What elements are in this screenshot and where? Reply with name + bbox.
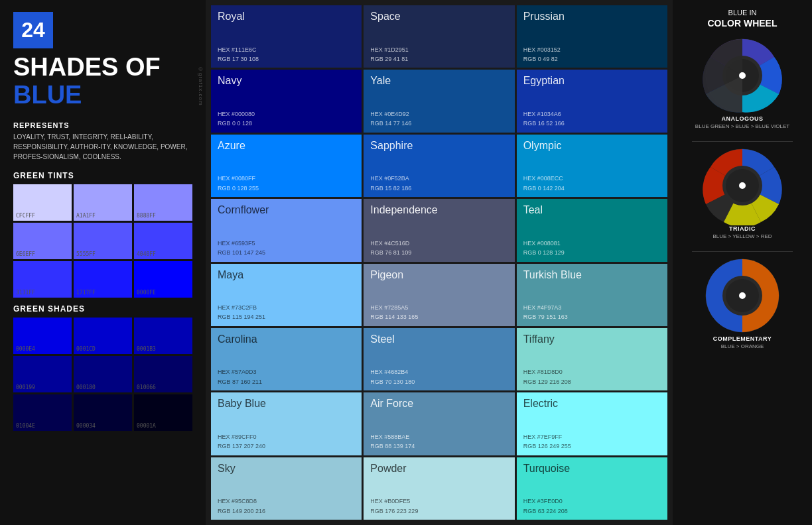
cell-name-label: Turkish Blue [523,269,661,281]
tint-swatch: 6E6EFF [13,223,72,259]
cell-info: HEX #0080FFRGB 0 128 255 [218,174,355,193]
title-line2: BLUE [13,82,192,109]
cell-name-label: Maya [218,269,355,281]
triadic-label: TRIADIC [729,225,756,232]
analogous-label: ANALOGOUS [722,115,764,122]
cell-name-label: Steel [370,333,508,345]
shade-swatch: 0000E4 [13,318,72,354]
shades-section: GREEN SHADES 0000E40001CD0001B3000199000… [13,304,192,431]
swatch-hex: CFCFFF [16,213,35,219]
divider-1 [692,141,793,142]
divider-2 [692,251,793,252]
color-cell: Electric HEX #7EF9FFRGB 126 249 255 [517,392,667,455]
cell-info: HEX #008ECCRGB 0 142 204 [523,174,661,193]
tint-swatch: CFCFFF [13,184,72,221]
cell-info: HEX #111E6CRGB 17 30 108 [218,45,355,64]
swatch-hex: 3131FF [16,290,35,296]
color-cell: Yale HEX #0E4D92RGB 14 77 146 [364,70,514,132]
cell-name-label: Turquoise [523,463,661,475]
color-cell: Powder HEX #B0DFE5RGB 176 223 229 [364,457,514,520]
tint-swatch: 1717FF [74,261,132,298]
cell-info: HEX #0E4D92RGB 14 77 146 [370,109,508,129]
cell-info: HEX #1D2951RGB 29 41 81 [370,45,508,64]
center-panel: Royal HEX #111E6CRGB 17 30 108 Space HEX… [206,0,673,525]
swatch-hex: 8888FF [137,213,156,219]
cell-info: HEX #6593F5RGB 101 147 245 [218,239,355,258]
cell-info: HEX #81D8D0RGB 129 216 208 [523,367,661,386]
represents-text: LOYALITY, TRUST, INTEGRITY, RELI-ABILITY… [13,132,192,162]
cell-name-label: Sapphire [370,140,508,152]
cell-name-label: Cornflower [218,204,355,216]
swatch-hex: 1717FF [76,290,96,296]
color-cell: Space HEX #1D2951RGB 29 41 81 [364,5,514,68]
number-text: 24 [21,18,45,42]
color-cell: Sky HEX #95C8D8RGB 149 200 216 [211,457,362,520]
cell-name-label: Azure [218,140,355,152]
cell-name-label: Sky [218,463,355,475]
svg-point-3 [739,72,746,79]
swatch-hex: 4040FF [137,251,156,257]
tint-swatch: 3131FF [13,261,72,298]
triadic-wheel [703,146,782,225]
color-cell: Baby Blue HEX #89CFF0RGB 137 207 240 [211,392,362,455]
cell-name-label: Electric [523,398,661,410]
shade-swatch: 0001CD [74,318,132,354]
cell-info: HEX #89CFF0RGB 137 207 240 [218,432,355,451]
cell-info: HEX #000080RGB 0 0 128 [218,109,355,129]
tints-title: GREEN TINTS [13,171,192,180]
color-cell: Air Force HEX #588BAERGB 88 139 174 [364,392,514,455]
cell-name-label: Powder [370,463,508,475]
swatch-hex: 0000E4 [16,346,35,352]
svg-point-7 [739,182,746,189]
shades-title-label: GREEN SHADES [13,304,192,314]
cell-info: HEX #0F52BARGB 15 82 186 [370,174,508,193]
cell-name-label: Yale [370,75,508,87]
cell-name-label: Egyptian [523,75,661,87]
swatch-hex: 5555FF [76,251,96,257]
swatch-hex: 000199 [16,384,35,390]
color-cell: Steel HEX #4682B4RGB 70 130 180 [364,328,514,390]
analogous-wheel [703,36,782,115]
shade-swatch: 0001B3 [134,318,192,354]
triadic-sublabel: BLUE > YELLOW > RED [712,233,772,239]
left-panel: 24 SHADES OF BLUE ©graf1x.com REPRESENTS… [0,0,206,525]
cell-name-label: Teal [523,204,661,216]
cell-info: HEX #008081RGB 0 128 129 [523,239,661,258]
complementary-wheel [703,256,782,335]
tints-grid: CFCFFFA1A1FF8888FF6E6EFF5555FF4040FF3131… [13,184,192,298]
cell-info: HEX #3FE0D0RGB 63 224 208 [523,496,661,516]
cell-name-label: Royal [218,11,355,23]
color-cell: Olympic HEX #008ECCRGB 0 142 204 [517,135,667,197]
cell-name-label: Navy [218,75,355,87]
analogous-section: ANALOGOUS BLUE GREEN > BLUE > BLUE VIOLE… [679,36,805,135]
shades-title: SHADES OF BLUE [13,54,192,109]
shade-swatch: 010066 [134,356,192,392]
cell-name-label: Tiffany [523,333,661,345]
color-cell: Turkish Blue HEX #4F97A3RGB 79 151 163 [517,264,667,326]
color-cell: Teal HEX #008081RGB 0 128 129 [517,199,667,261]
shade-swatch: 00001A [134,394,192,431]
tint-swatch: 5555FF [74,223,132,259]
shade-swatch: 000199 [13,356,72,392]
cell-name-label: Space [370,11,508,23]
color-cell: Egyptian HEX #1034A6RGB 16 52 166 [517,70,667,132]
svg-point-11 [739,292,746,299]
swatch-hex: 0000FE [137,290,156,296]
color-cell: Turquoise HEX #3FE0D0RGB 63 224 208 [517,457,667,520]
color-cell: Cornflower HEX #6593F5RGB 101 147 245 [211,199,362,261]
cell-info: HEX #003152RGB 0 49 82 [523,45,661,64]
swatch-hex: 000034 [76,423,96,429]
tint-swatch: 8888FF [134,184,192,221]
color-cell: Maya HEX #73C2FBRGB 115 194 251 [211,264,362,326]
cell-name-label: Independence [370,204,508,216]
tint-swatch: A1A1FF [74,184,132,221]
color-cell: Independence HEX #4C516DRGB 76 81 109 [364,199,514,261]
swatch-hex: 6E6EFF [16,251,35,257]
swatch-hex: 010066 [137,384,156,390]
right-panel: BLUE IN COLOR WHEEL [673,0,812,525]
cell-info: HEX #95C8D8RGB 149 200 216 [218,496,355,516]
cell-info: HEX #73C2FBRGB 115 194 251 [218,303,355,322]
swatch-hex: 000180 [76,384,96,390]
cell-info: HEX #4F97A3RGB 79 151 163 [523,303,661,322]
cell-name-label: Air Force [370,398,508,410]
